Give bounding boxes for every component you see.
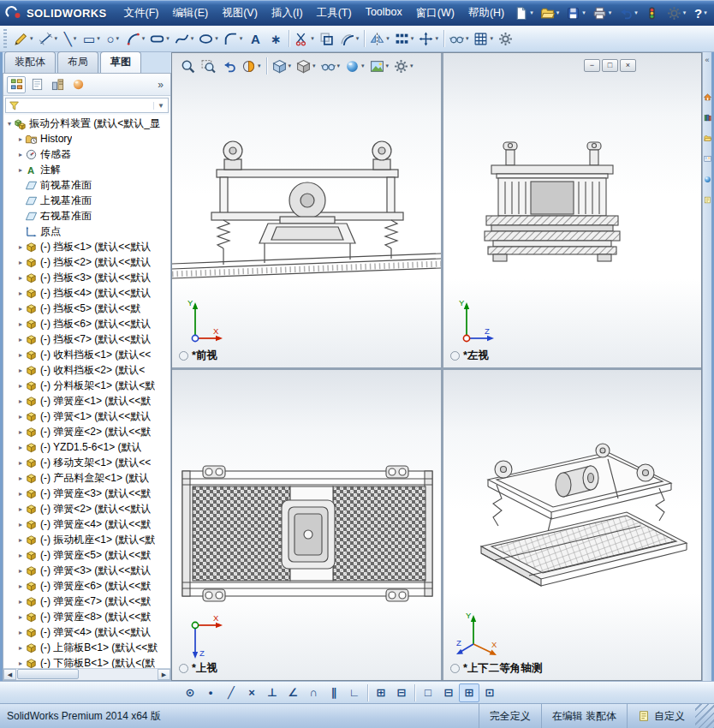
expand-arrow-icon[interactable]: ▸ bbox=[16, 582, 25, 590]
text-tool-button[interactable]: A bbox=[245, 27, 265, 50]
expand-arrow-icon[interactable]: ▸ bbox=[16, 382, 25, 390]
document-close-button[interactable]: × bbox=[620, 59, 636, 72]
menu-view[interactable]: 视图(V) bbox=[215, 3, 265, 24]
slot-tool-button[interactable]: ▾ bbox=[147, 27, 172, 50]
tree-item[interactable]: ▸ (-) 挡板<3> (默认<<默认 bbox=[3, 270, 170, 285]
menu-edit[interactable]: 编辑(E) bbox=[166, 3, 216, 24]
expand-arrow-icon[interactable]: ▸ bbox=[16, 459, 25, 467]
snap-angle-button[interactable]: ∠ bbox=[283, 683, 303, 702]
panel-overflow-button[interactable]: » bbox=[154, 79, 167, 91]
line-tool-button[interactable]: ╲ ▾ bbox=[60, 27, 80, 50]
open-document-button[interactable]: ▾ bbox=[538, 3, 562, 22]
scrollbar-thumb[interactable] bbox=[17, 669, 79, 679]
scroll-left-button[interactable]: ◀ bbox=[3, 669, 16, 680]
viewport-two-button[interactable]: ⊟ bbox=[438, 683, 459, 702]
tree-item[interactable]: ▸ (-) 下筛板B<1> (默认<(默 bbox=[3, 655, 170, 668]
help-button[interactable]: ? ▾ bbox=[690, 3, 711, 22]
snap-select-button[interactable]: ⊙ bbox=[180, 683, 200, 702]
linear-pattern-button[interactable]: ▾ bbox=[392, 27, 417, 50]
menu-insert[interactable]: 插入(I) bbox=[265, 3, 310, 24]
options-button[interactable]: ▾ bbox=[664, 3, 689, 22]
tab-layout[interactable]: 布局 bbox=[57, 51, 98, 73]
expand-arrow-icon[interactable]: ▸ bbox=[16, 629, 25, 636]
expand-arrow-icon[interactable]: ▸ bbox=[16, 521, 25, 528]
menu-file[interactable]: 文件(F) bbox=[117, 3, 166, 24]
tree-item[interactable]: ▸ (-) 弹簧<3> (默认<<默认 bbox=[3, 563, 170, 578]
snap-length-button[interactable]: ⊟ bbox=[391, 683, 412, 702]
tree-item[interactable]: ▸ (-) 弹簧<1> (默认<<默认 bbox=[3, 409, 170, 424]
tree-item-history[interactable]: ▸ History bbox=[3, 131, 170, 146]
tree-item[interactable]: ▸ (-) 挡板<6> (默认<<默认 bbox=[3, 316, 170, 331]
viewport-splitter-horizontal[interactable] bbox=[172, 367, 701, 370]
menu-tools[interactable]: 工具(T) bbox=[310, 3, 359, 24]
expand-arrow-icon[interactable]: ▸ bbox=[16, 505, 25, 513]
tree-item-origin[interactable]: 原点 bbox=[3, 224, 170, 239]
expand-arrow-icon[interactable]: ▸ bbox=[16, 289, 25, 297]
tab-sketch[interactable]: 草图 bbox=[100, 51, 141, 73]
document-restore-button[interactable]: □ bbox=[602, 59, 618, 72]
previous-view-button[interactable] bbox=[218, 56, 239, 76]
tree-item[interactable]: ▸ (-) 挡板<7> (默认<<默认 bbox=[3, 331, 170, 347]
expand-arrow-icon[interactable]: ▸ bbox=[16, 474, 25, 482]
smart-dimension-button[interactable]: ▾ bbox=[36, 27, 61, 50]
tree-item[interactable]: ▸ (-) 挡板<2> (默认<<默认 bbox=[3, 254, 170, 270]
expand-arrow-icon[interactable]: ▸ bbox=[16, 567, 25, 575]
expand-arrow-icon[interactable]: ▸ bbox=[16, 166, 25, 174]
toolbar-grip[interactable] bbox=[3, 29, 7, 48]
expand-arrow-icon[interactable]: ▸ bbox=[16, 613, 25, 621]
expand-arrow-icon[interactable]: ▸ bbox=[16, 444, 25, 451]
scroll-right-button[interactable]: ▶ bbox=[158, 669, 170, 680]
featuremanager-tab[interactable] bbox=[7, 76, 26, 93]
taskpane-collapse-icon[interactable]: « bbox=[705, 56, 709, 64]
snap-parallel-button[interactable]: ∥ bbox=[324, 683, 344, 702]
snap-perpendicular-button[interactable]: ⊥ bbox=[262, 683, 283, 702]
display-style-button[interactable]: ▾ bbox=[294, 56, 318, 76]
tree-item[interactable]: ▸ (-) 收料挡板<1> (默认<< bbox=[3, 347, 170, 362]
point-tool-button[interactable]: ∗ bbox=[265, 27, 286, 50]
expand-arrow-icon[interactable]: ▸ bbox=[16, 598, 25, 606]
tree-item[interactable]: ▸ (-) 产品料盒架<1> (默认 bbox=[3, 470, 170, 486]
tree-item[interactable]: ▸ (-) 上筛板B<1> (默认<<默 bbox=[3, 640, 170, 655]
print-button[interactable]: ▾ bbox=[590, 3, 615, 22]
tree-item[interactable]: ▸ (-) 挡板<4> (默认<<默认 bbox=[3, 285, 170, 301]
arc-tool-button[interactable]: ▾ bbox=[123, 27, 148, 50]
trim-entities-button[interactable]: ▾ bbox=[292, 27, 317, 50]
snap-hv-button[interactable]: ∟ bbox=[344, 683, 365, 702]
viewport-pane-left[interactable]: Y Z *左视 bbox=[443, 53, 701, 367]
grid-settings-button[interactable]: ▾ bbox=[471, 27, 496, 50]
expand-arrow-icon[interactable]: ▸ bbox=[16, 259, 25, 266]
view-orientation-button[interactable]: ▾ bbox=[270, 56, 295, 76]
resize-grip[interactable] bbox=[695, 704, 714, 728]
propertymanager-tab[interactable] bbox=[27, 76, 46, 93]
tree-item[interactable]: ▸ (-) 振动机座<1> (默认<默 bbox=[3, 532, 170, 547]
filter-input[interactable] bbox=[22, 98, 153, 112]
tree-item[interactable]: ▸ (-) 弹簧座<1> (默认<<默 bbox=[3, 393, 170, 409]
sketch-settings-button[interactable] bbox=[496, 27, 516, 50]
expand-arrow-icon[interactable]: ▸ bbox=[16, 305, 25, 313]
mirror-entities-button[interactable]: ▾ bbox=[367, 27, 392, 50]
spline-tool-button[interactable]: ▾ bbox=[172, 27, 197, 50]
tree-item[interactable]: ▸ (-) 分料板架<1> (默认<默 bbox=[3, 378, 170, 393]
tree-root-assembly[interactable]: ▾ 振动分料装置 (默认<默认_显 bbox=[3, 116, 170, 131]
scrollbar-track[interactable] bbox=[16, 669, 158, 680]
tree-item[interactable]: ▸ (-) 挡板<5> (默认<<默 bbox=[3, 301, 170, 316]
sketch-fillet-button[interactable]: ▾ bbox=[221, 27, 246, 50]
tree-item-top-plane[interactable]: 上视基准面 bbox=[3, 193, 170, 208]
expand-arrow-icon[interactable]: ▸ bbox=[16, 135, 25, 143]
viewport-single-button[interactable]: □ bbox=[418, 683, 438, 702]
expand-arrow-icon[interactable]: ▸ bbox=[16, 490, 25, 498]
expand-arrow-icon[interactable]: ▸ bbox=[16, 151, 25, 158]
rectangle-tool-button[interactable]: ▭ ▾ bbox=[80, 27, 103, 50]
expand-arrow-icon[interactable]: ▸ bbox=[16, 320, 25, 328]
expand-arrow-icon[interactable]: ▸ bbox=[16, 536, 25, 544]
viewport-pane-isometric[interactable]: Y X Z *上下二等角轴测 bbox=[443, 370, 701, 680]
circle-tool-button[interactable]: ○ ▾ bbox=[103, 27, 123, 50]
viewport-four-button[interactable]: ⊞ bbox=[459, 683, 479, 702]
new-document-button[interactable]: ▾ bbox=[511, 3, 536, 22]
expand-arrow-icon[interactable]: ▾ bbox=[5, 120, 14, 128]
zoom-fit-button[interactable] bbox=[177, 56, 198, 76]
ellipse-tool-button[interactable]: ▾ bbox=[196, 27, 221, 50]
tree-item[interactable]: ▸ (-) 弹簧座<8> (默认<<默 bbox=[3, 609, 170, 624]
expand-arrow-icon[interactable]: ▸ bbox=[16, 413, 25, 421]
menu-toolbox[interactable]: Toolbox bbox=[359, 3, 409, 24]
